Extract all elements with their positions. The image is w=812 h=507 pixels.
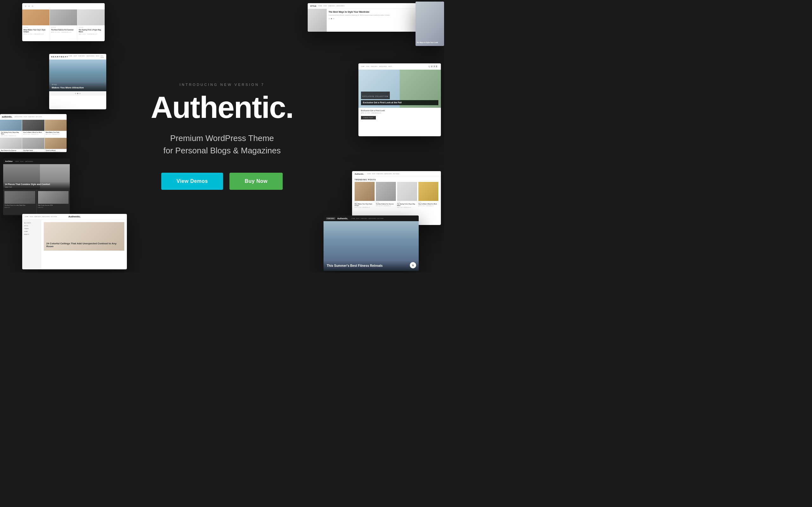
cell-img <box>45 120 67 131</box>
cell-title: Best Fabrics For Summer <box>1 150 21 152</box>
grid-cell: The Styling Trick a Paper-Bag Waist APRI… <box>0 120 22 137</box>
grid-cell: City Style Guide MAY 2, 2016 · JOANNA BE… <box>22 138 44 152</box>
another-bottom-img <box>4 191 35 204</box>
another-bottom-title: Style Guide Summer 2016 <box>38 205 69 206</box>
cell-date: MAY 2, 2016 · JOANNA BELLUS <box>23 152 43 152</box>
another-bottom-item: The Best Views in London Right Now READ … <box>3 190 37 215</box>
luxe-bottom-sub: APRIL 20, 2016 · JOANNA BELLUS <box>361 112 438 114</box>
bottom-right-grid-posts: STYLE What Makes Your City's Style Uniqu… <box>355 182 438 208</box>
dot <box>75 93 76 94</box>
authentic-left-nav: authentic. CATEGORIES SHOP FEATURES BUY … <box>0 114 67 120</box>
another-bottom-img <box>38 191 69 204</box>
heartbeat-dots <box>49 91 106 96</box>
top-right-content: The Best Ways to Style Your Wardrobe Lor… <box>308 9 422 32</box>
top-right-text: The Best Ways to Style Your Wardrobe Lor… <box>327 9 422 32</box>
another-mockup: AnOther FIRST POST CATEGORIES 14 Pieces … <box>3 158 70 216</box>
blog-cat: STYLE <box>79 26 103 28</box>
cell-title: The Styling Trick a Paper-Bag Waist <box>1 132 21 135</box>
another-content: 14 Pieces That Combine Style and Comfort… <box>3 164 70 216</box>
cell-date: MAY 10, 2016 · JOANNA BELLUS <box>46 152 66 152</box>
blog-grid: STYLE What Makes Your City's Style Uniqu… <box>22 9 105 41</box>
luxe-mockup: HOME POST FEATURES CATEGORIES SHOP LUXE … <box>358 63 441 136</box>
dot <box>331 18 332 19</box>
dot <box>328 18 330 19</box>
authentic-s-badge: S <box>410 262 416 268</box>
bottom-left-hero-title: 24 Colorful Ceilings That Add Unexpected… <box>46 242 122 248</box>
grid-post: STYLE The Best Fabrics For Summer APRIL … <box>376 182 396 208</box>
grid-post: STYLE The Styling Trick a Paper-Bag Wais… <box>397 182 417 208</box>
cell-img <box>22 138 44 149</box>
bottom-right-auth-badge: FEATURED <box>326 217 335 220</box>
cell-title: Travel Lookbook <box>46 150 66 152</box>
bottom-left-content: ALL POSTS STYLE TRAVEL HOME BEAUTY 24 Co… <box>22 220 127 269</box>
top-right-mockup: STYLE HOME SHOP FEATURES CATEGORIES The … <box>308 3 422 32</box>
bottom-right-grid-section-title: TRENDING POSTS <box>355 179 438 181</box>
top-right2-mockup: Six Ways to Style Your Look <box>415 2 444 46</box>
bottom-right-grid-nav: Authentic. HOME SHOP FEATURES CATEGORIES… <box>352 171 441 177</box>
dot <box>333 18 334 19</box>
blog-title: What Makes Your City's Style Unique <box>23 29 48 33</box>
top-right-img <box>308 9 327 32</box>
grid-post-date: APRIL 28, 2016 · JOANNA BELLUS <box>376 205 396 207</box>
top-right-body: Lorem ipsum dolor sit amet, consectetur … <box>328 14 420 16</box>
another-featured: 14 Pieces That Combine Style and Comfort… <box>3 164 70 189</box>
blog-title: The Styling Trick a Paper-Bag Waist <box>79 29 103 33</box>
cell-date: APRIL 12, 2016 · JOANNA BELLUS <box>1 152 21 152</box>
heartbeat-nav-items: HOME SHOP FEATURES CATEGORIES BODY BUY N… <box>68 55 104 58</box>
sidebar-item: BEAUTY <box>24 233 39 235</box>
grid-cell: Best Fabrics For Summer APRIL 12, 2016 ·… <box>0 138 22 152</box>
grid-post-img <box>376 182 396 201</box>
cell-date: APRIL 28, 2016 · JOANNA BELLUS <box>23 134 43 135</box>
another-bottom-item: Style Guide Summer 2016 READ POST <box>37 190 70 215</box>
view-demos-button[interactable]: View Demos <box>161 173 223 190</box>
blog-img <box>78 9 105 25</box>
subtitle-line2: for Personal Blogs & Magazines <box>163 146 281 155</box>
main-title: Authentic. <box>151 92 293 123</box>
subtitle: Premium WordPress Theme for Personal Blo… <box>151 132 293 157</box>
dot-active <box>77 93 78 94</box>
buy-now-button[interactable]: Buy Now <box>230 173 283 190</box>
another-featured-title: 14 Pieces That Combine Style and Comfort <box>5 183 68 186</box>
cell-img <box>45 138 67 149</box>
blog-cat: STYLE <box>51 26 76 28</box>
grid-cell: What Makes Your Style MAY 6, 2016 · JOAN… <box>45 120 67 137</box>
bottom-left-mockup: Authentic. HOME SHOP FEATURES CATEGORIES… <box>22 214 127 269</box>
grid-post-date: MAY 6, 2016 · JOANNA BELLUS <box>397 207 417 208</box>
another-bottom-title: The Best Views in London Right Now <box>4 205 35 206</box>
luxe-hero: Exclusive Collection Exclusive Get a Fir… <box>358 70 441 108</box>
sidebar-item: TRAVEL <box>24 228 39 229</box>
blog-date: APRIL 20, 2016 · JOANNA BELLUS <box>23 33 48 35</box>
luxe-bottom-text: Exclusive Get a First Look <box>361 110 438 112</box>
grid-post-img <box>418 182 438 201</box>
heartbeat-hero: STYLE Makes You More Attractive <box>49 60 106 91</box>
another-logo: AnOther <box>5 160 13 162</box>
grid-cell: How To Make It Work For Work APRIL 28, 2… <box>22 120 44 137</box>
top-right-nav: STYLE HOME SHOP FEATURES CATEGORIES <box>308 3 422 9</box>
heartbeat-hero-tag: STYLE <box>52 83 104 86</box>
center-section: INTRODUCING NEW VERSION 7 Authentic. Pre… <box>151 83 293 190</box>
heartbeat-mockup: HEARTBEAT HOME SHOP FEATURES CATEGORIES … <box>49 54 106 109</box>
bottom-left-nav: Authentic. HOME SHOP FEATURES CATEGORIES… <box>22 214 127 220</box>
another-nav: AnOther FIRST POST CATEGORIES <box>3 158 70 164</box>
blog-cat: STYLE <box>23 26 48 28</box>
cell-date: MAY 6, 2016 · JOANNA BELLUS <box>46 134 66 135</box>
bottom-right-auth-hero-title: This Summer's Best Fitness Retreats <box>327 264 415 268</box>
cell-title: What Makes Your Style <box>46 132 66 133</box>
grid-post-title: The Best Fabrics For Summer <box>376 204 396 205</box>
luxe-logo: LUXE <box>429 65 438 67</box>
bottom-right-auth-hero: This Summer's Best Fitness Retreats S <box>323 221 419 271</box>
luxe-bottom: Exclusive Get a First Look APRIL 20, 201… <box>358 108 441 121</box>
blog-img <box>50 9 77 25</box>
bottom-right-auth-nav: FEATURED Authentic. HOME SHOP FEATURES C… <box>323 216 419 221</box>
luxe-view-post-button[interactable]: VIEW POST <box>361 116 376 119</box>
bottom-right-grid-content: TRENDING POSTS STYLE What Makes Your Cit… <box>352 177 441 210</box>
heartbeat-nav: HEARTBEAT HOME SHOP FEATURES CATEGORIES … <box>49 54 106 60</box>
blog-title: The Best Fabrics For Summer <box>51 29 76 31</box>
grid-post: STYLE What Makes Your City's Style Uniqu… <box>355 182 374 208</box>
grid-post-img <box>397 182 417 201</box>
luxe-hero-title: Exclusive Get a First Look at the Fall <box>363 101 437 104</box>
authentic-left-logo: authentic. <box>2 116 12 118</box>
heartbeat-hero-title: Makes You More Attractive <box>52 86 104 89</box>
bottom-right-auth-logo: Authentic. <box>337 217 348 220</box>
bottom-left-logo: Authentic. <box>68 215 81 218</box>
